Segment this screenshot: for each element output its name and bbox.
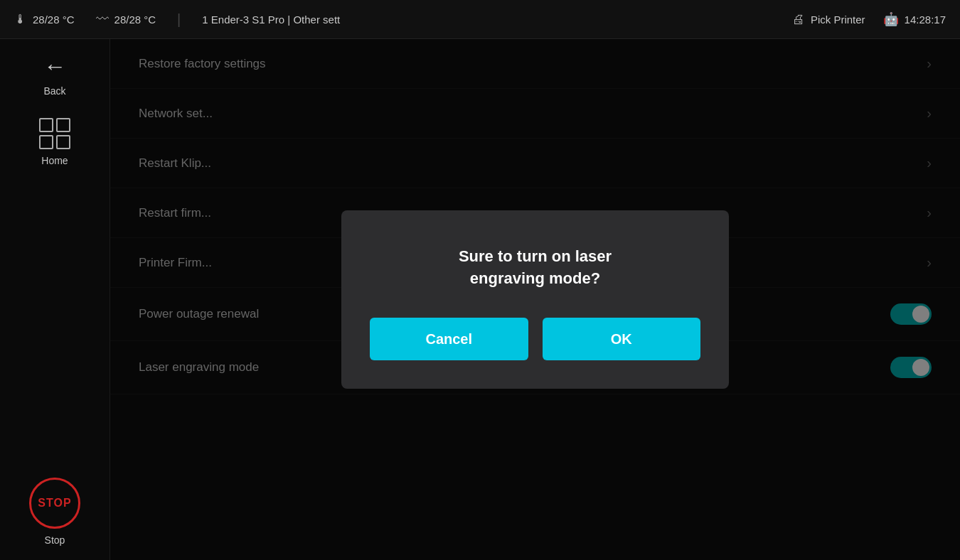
back-button[interactable]: ← Back [43,53,66,97]
printer-icon: 🖨 [792,12,805,27]
clock-icon: 🤖 [883,11,899,27]
hotend-temp: 🌡 28/28 °C [14,12,75,27]
dialog-overlay: Sure to turn on laserengraving mode? Can… [110,39,960,560]
status-bar: 🌡 28/28 °C 〰 28/28 °C | 1 Ender-3 S1 Pro… [0,0,960,39]
bed-icon: 〰 [96,12,109,27]
cancel-button[interactable]: Cancel [370,318,528,360]
stop-button[interactable]: STOP Stop [29,478,80,546]
stop-circle: STOP [29,478,80,529]
pick-printer[interactable]: 🖨 Pick Printer [792,12,865,27]
home-icon [39,118,70,149]
ok-button[interactable]: OK [543,318,701,360]
home-button[interactable]: Home [39,118,70,166]
back-icon: ← [43,53,66,80]
main-layout: ← Back Home STOP Stop [0,39,960,560]
sidebar: ← Back Home STOP Stop [0,39,110,560]
bed-temp: 〰 28/28 °C [96,12,156,27]
clock: 🤖 14:28:17 [883,11,946,27]
dialog-message: Sure to turn on laserengraving mode? [459,246,612,290]
confirmation-dialog: Sure to turn on laserengraving mode? Can… [341,210,729,389]
dialog-buttons: Cancel OK [370,318,700,360]
settings-content: Restore factory settings › Network set..… [110,39,960,560]
hotend-icon: 🌡 [14,12,27,27]
printer-name: 1 Ender-3 S1 Pro | Other sett [202,14,340,26]
